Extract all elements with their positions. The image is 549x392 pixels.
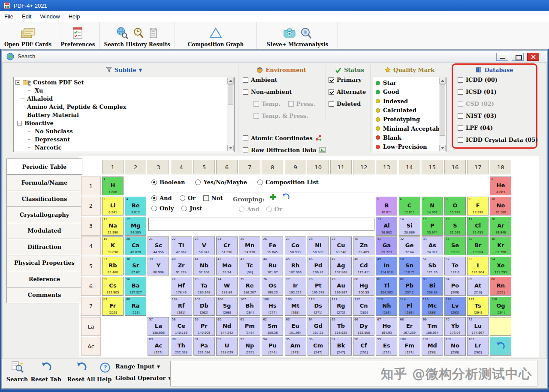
element-F[interactable]: 9F18.998 [467, 197, 489, 215]
element-Pr[interactable]: 59Pr140.908 [193, 317, 215, 336]
reset-elements-button[interactable] [490, 337, 511, 356]
group-header-9[interactable]: 9 [285, 160, 306, 174]
element-At[interactable]: 85At[210] [467, 277, 489, 296]
element-Lv[interactable]: 116Lv[293] [444, 297, 466, 316]
period-label-2[interactable]: 2 [81, 197, 101, 215]
group-header-16[interactable]: 16 [444, 160, 466, 174]
element-Ti[interactable]: 22Ti47.867 [171, 236, 192, 255]
period-label-ac[interactable]: Ac [81, 337, 101, 356]
element-Cu[interactable]: 29Cu63.546 [330, 236, 352, 255]
element-In[interactable]: 49In114.818 [376, 257, 397, 275]
element-H[interactable]: 1H1.008 [102, 177, 124, 195]
element-Au[interactable]: 79Au196.967 [330, 277, 352, 296]
toolbar-preferences-button[interactable]: Preferences [56, 22, 100, 49]
element-Br[interactable]: 35Br79.904 [467, 236, 489, 255]
element-U[interactable]: 92U238.029 [216, 337, 238, 356]
element-Gd[interactable]: 64Gd157.25 [308, 317, 329, 336]
undo-grouping-button[interactable] [282, 193, 290, 203]
element-Pa[interactable]: 91Pa231.036 [193, 337, 215, 356]
element-Co[interactable]: 27Co58.933 [285, 236, 306, 255]
group-header-4[interactable]: 4 [171, 160, 192, 174]
element-Tb[interactable]: 65Tb158.925 [330, 317, 352, 336]
period-label-la[interactable]: La [81, 317, 101, 336]
element-Cd[interactable]: 48Cd112.411 [353, 257, 374, 275]
element-Ca[interactable]: 20Ca40.078 [125, 236, 146, 255]
element-Xe[interactable]: 54Xe131.293 [490, 257, 511, 275]
period-label-1[interactable]: 1 [81, 177, 101, 195]
radio-just[interactable]: Just [181, 205, 202, 212]
element-Kr[interactable]: 36Kr83.798 [490, 236, 511, 255]
element-Sb[interactable]: 51Sb121.76 [422, 257, 443, 275]
period-label-4[interactable]: 4 [81, 236, 101, 255]
radio-yes-no-maybe[interactable]: Yes/No/Maybe [195, 179, 247, 186]
element-Am[interactable]: 95Am[243] [285, 337, 306, 356]
element-Se[interactable]: 34Se78.96 [444, 236, 466, 255]
element-Ac[interactable]: 89Ac[227] [148, 337, 169, 356]
element-Zn[interactable]: 30Zn65.409 [353, 236, 374, 255]
menu-window[interactable]: Window [36, 12, 64, 21]
element-O[interactable]: 8O15.999 [444, 197, 466, 215]
element-Nb[interactable]: 41Nb92.906 [193, 257, 215, 275]
element-Rn[interactable]: 86Rn[222] [490, 277, 511, 296]
element-Fr[interactable]: 87Fr[223] [102, 297, 124, 316]
group-header-11[interactable]: 11 [330, 160, 352, 174]
element-Pb[interactable]: 82Pb207.2 [399, 277, 420, 296]
element-No[interactable]: 102No[259] [444, 337, 466, 356]
element-Cl[interactable]: 17Cl35.453 [467, 217, 489, 236]
element-As[interactable]: 33As74.922 [422, 236, 443, 255]
radio-or[interactable]: Or [180, 195, 196, 201]
element-Pm[interactable]: 61Pm[145] [239, 317, 260, 336]
element-Ni[interactable]: 28Ni58.693 [308, 236, 329, 255]
element-Pu[interactable]: 94Pu[244] [262, 337, 283, 356]
element-Sg[interactable]: 106Sg[266] [216, 297, 238, 316]
group-header-13[interactable]: 13 [376, 160, 397, 174]
element-Zr[interactable]: 40Zr91.224 [171, 257, 192, 275]
element-Er[interactable]: 68Er167.259 [399, 317, 420, 336]
element-W[interactable]: 74W183.84 [216, 277, 238, 296]
element-Mc[interactable]: 115Mc[289] [422, 297, 443, 316]
radio-composition-list[interactable]: Composition List [257, 179, 319, 186]
element-Ta[interactable]: 73Ta180.948 [193, 277, 215, 296]
element-Te[interactable]: 52Te127.6 [444, 257, 466, 275]
element-Np[interactable]: 93Np[237] [239, 337, 260, 356]
element-Dy[interactable]: 66Dy162.500 [353, 317, 374, 336]
element-Ne[interactable]: 10Ne20.180 [490, 197, 511, 215]
element-La[interactable]: 57La138.906 [148, 317, 169, 336]
element-V[interactable]: 23V50.941 [193, 236, 215, 255]
help-button[interactable]: ? [100, 362, 110, 374]
toolbar-sieve-microanalysis-button[interactable]: SIeve+ Microanalysis [257, 22, 338, 49]
element-B[interactable]: 5B10.811 [376, 197, 397, 215]
element-Y[interactable]: 39Y88.906 [148, 257, 169, 275]
menu-file[interactable]: File [0, 12, 18, 21]
toolbar-composition-graph-button[interactable]: Composition Graph [175, 22, 257, 49]
toolbar-open-pdf-cards-button[interactable]: Open PDF Cards [0, 22, 56, 49]
group-header-14[interactable]: 14 [399, 160, 420, 174]
group-header-12[interactable]: 12 [353, 160, 374, 174]
element-Os[interactable]: 76Os190.23 [262, 277, 283, 296]
composition-input[interactable] [148, 218, 374, 231]
element-Rg[interactable]: 111Rg[272] [330, 297, 352, 316]
element-Al[interactable]: 13Al26.982 [376, 217, 397, 236]
period-label-7[interactable]: 7 [81, 297, 101, 316]
element-Ge[interactable]: 32Ge72.64 [399, 236, 420, 255]
element-Mn[interactable]: 25Mn54.938 [239, 236, 260, 255]
element-Fl[interactable]: 114Fl[289] [399, 297, 420, 316]
group-header-10[interactable]: 10 [308, 160, 329, 174]
checkbox-not[interactable]: Not [203, 195, 223, 201]
element-Ga[interactable]: 31Ga69.723 [376, 236, 397, 255]
element-Sc[interactable]: 21Sc44.956 [148, 236, 169, 255]
group-header-17[interactable]: 17 [467, 160, 489, 174]
menu-edit[interactable]: Edit [18, 12, 36, 21]
element-Pd[interactable]: 46Pd106.42 [308, 257, 329, 275]
element-Yb[interactable]: 70Yb173.04 [444, 317, 466, 336]
element-Hs[interactable]: 108Hs[277] [262, 297, 283, 316]
element-Li[interactable]: 3Li6.941 [102, 197, 124, 215]
element-Ar[interactable]: 18Ar39.948 [490, 217, 511, 236]
element-Cr[interactable]: 24Cr51.996 [216, 236, 238, 255]
element-Hg[interactable]: 80Hg200.59 [353, 277, 374, 296]
group-header-8[interactable]: 8 [262, 160, 283, 174]
radio-only[interactable]: Only [151, 205, 174, 212]
element-Ho[interactable]: 67Ho164.93 [376, 317, 397, 336]
element-Fe[interactable]: 26Fe55.845 [262, 236, 283, 255]
element-Cn[interactable]: 112Cn[285] [353, 297, 374, 316]
